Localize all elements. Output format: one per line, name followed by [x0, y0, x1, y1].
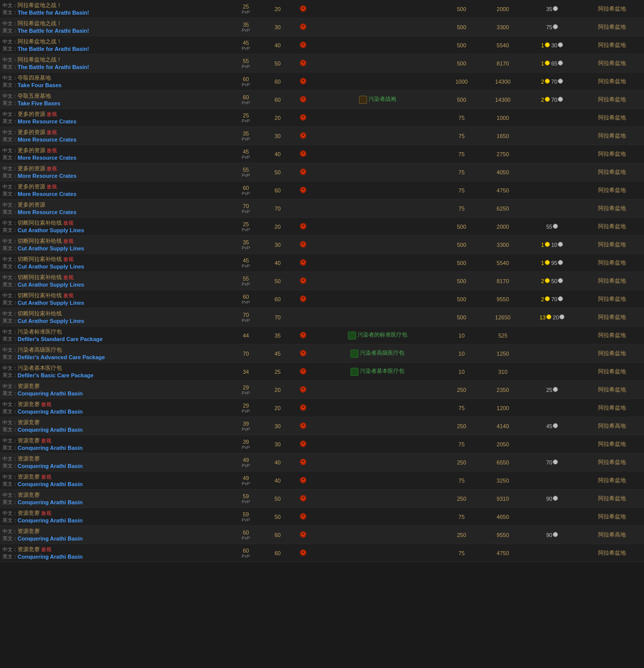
quest-name-col: 中文： 切断阿拉索补给线 敌视 英文： Cut Arathor Supply L…: [0, 218, 229, 236]
money-col: [524, 472, 581, 490]
xp-col: 9310: [482, 490, 524, 508]
table-row: 中文： 阿拉希盆地之战！ 英文： The Battle for Arathi B…: [0, 36, 644, 54]
money-col: [524, 363, 581, 381]
zone-col: 阿拉希盆地: [581, 290, 644, 308]
money-col: 55: [524, 218, 581, 236]
req-col: 20: [263, 218, 292, 236]
pts-col: 500: [441, 0, 482, 18]
svg-point-51: [302, 497, 304, 498]
svg-point-57: [302, 551, 304, 553]
kill-badge: 敌视: [41, 546, 51, 553]
pts-col: 500: [441, 290, 482, 308]
table-row: 中文： 阿拉希盆地之战！ 英文： The Battle for Arathi B…: [0, 18, 644, 36]
pts-col: 75: [441, 127, 482, 145]
xp-col: 2050: [482, 435, 524, 453]
level-col: 60PvP: [229, 181, 263, 199]
table-row: 中文： 更多的资源 敌视 英文： More Resource Crates 45…: [0, 145, 644, 163]
pts-col: 10: [441, 363, 482, 381]
faction-icon-col: [292, 73, 314, 91]
item-col: [314, 218, 441, 236]
faction-icon-col: [292, 399, 314, 417]
faction-icon-col: [292, 308, 314, 326]
quest-name-col: 中文： 切断阿拉索补给线 敌视 英文： Cut Arathor Supply L…: [0, 290, 229, 308]
item-col: [314, 145, 441, 163]
req-col: 40: [263, 254, 292, 272]
req-col: 60: [263, 290, 292, 308]
pts-col: 500: [441, 254, 482, 272]
svg-point-55: [302, 533, 304, 535]
req-col: 70: [263, 199, 292, 218]
quest-name-col: 中文： 阿拉希盆地之战！ 英文： The Battle for Arathi B…: [0, 18, 229, 36]
faction-icon-col: [292, 345, 314, 363]
zone-col: 阿拉希盆地: [581, 18, 644, 36]
item-col: 污染者战袍: [314, 91, 441, 109]
pts-col: 75: [441, 544, 482, 562]
pts-col: 250: [441, 417, 482, 435]
pts-col: 75: [441, 145, 482, 163]
svg-point-49: [302, 479, 304, 480]
pts-col: 75: [441, 472, 482, 490]
faction-icon-col: [292, 453, 314, 472]
pts-col: 75: [441, 399, 482, 417]
level-col: 35PvP: [229, 127, 263, 145]
table-row: 中文： 切断阿拉索补给线 敌视 英文： Cut Arathor Supply L…: [0, 218, 644, 236]
kill-badge: 敌视: [63, 238, 74, 245]
req-col: 20: [263, 399, 292, 417]
faction-icon-col: [292, 508, 314, 526]
pts-col: 75: [441, 508, 482, 526]
req-col: 20: [263, 381, 292, 399]
faction-icon-col: [292, 127, 314, 145]
quest-name-col: 中文： 资源竞赛 英文： Conquering Arathi Basin: [0, 417, 229, 435]
item-col: [314, 54, 441, 73]
money-col: [524, 544, 581, 562]
zone-col: 阿拉希盆地: [581, 490, 644, 508]
money-col: 2 70: [524, 73, 581, 91]
level-col: 39PvP: [229, 435, 263, 453]
table-row: 中文： 污染者高级医疗包 英文： Defiler's Advanced Care…: [0, 345, 644, 363]
faction-icon-col: [292, 236, 314, 254]
quest-name-col: 中文： 更多的资源 英文： More Resource Crates: [0, 199, 229, 218]
level-col: 45PvP: [229, 36, 263, 54]
xp-col: 4050: [482, 163, 524, 181]
req-col: 20: [263, 0, 292, 18]
req-col: 35: [263, 326, 292, 345]
money-col: 1 65: [524, 54, 581, 73]
quest-name-col: 中文： 更多的资源 敌视 英文： More Resource Crates: [0, 127, 229, 145]
item-col: [314, 181, 441, 199]
item-col: [314, 435, 441, 453]
pts-col: 10: [441, 326, 482, 345]
faction-icon-col: [292, 54, 314, 73]
req-col: 50: [263, 163, 292, 181]
table-row: 中文： 切断阿拉索补给线 敌视 英文： Cut Arathor Supply L…: [0, 254, 644, 272]
req-col: 30: [263, 18, 292, 36]
zone-col: 阿拉希盆地: [581, 91, 644, 109]
pts-col: 500: [441, 308, 482, 326]
xp-col: 4750: [482, 544, 524, 562]
svg-point-53: [302, 515, 304, 516]
level-col: 59PvP: [229, 490, 263, 508]
level-col: 25PvP: [229, 109, 263, 127]
req-col: 30: [263, 417, 292, 435]
xp-col: 14300: [482, 73, 524, 91]
level-col: 29PvP: [229, 399, 263, 417]
level-col: 55PvP: [229, 54, 263, 73]
svg-point-13: [302, 116, 304, 117]
zone-col: 阿拉希高地: [581, 526, 644, 544]
pts-col: 75: [441, 435, 482, 453]
xp-col: 5540: [482, 254, 524, 272]
req-col: 25: [263, 363, 292, 381]
money-col: 70: [524, 453, 581, 472]
faction-icon-col: [292, 326, 314, 345]
pts-col: 500: [441, 218, 482, 236]
pts-col: 75: [441, 163, 482, 181]
money-col: [524, 199, 581, 218]
level-col: 70PvP: [229, 199, 263, 218]
item-col: [314, 399, 441, 417]
req-col: 40: [263, 36, 292, 54]
table-row: 中文： 污染者标准医疗包 英文： Defiler's Standard Care…: [0, 326, 644, 345]
req-col: 40: [263, 453, 292, 472]
zone-col: 阿拉希盆地: [581, 163, 644, 181]
item-col: [314, 236, 441, 254]
req-col: 30: [263, 127, 292, 145]
kill-badge: 敌视: [41, 474, 51, 481]
